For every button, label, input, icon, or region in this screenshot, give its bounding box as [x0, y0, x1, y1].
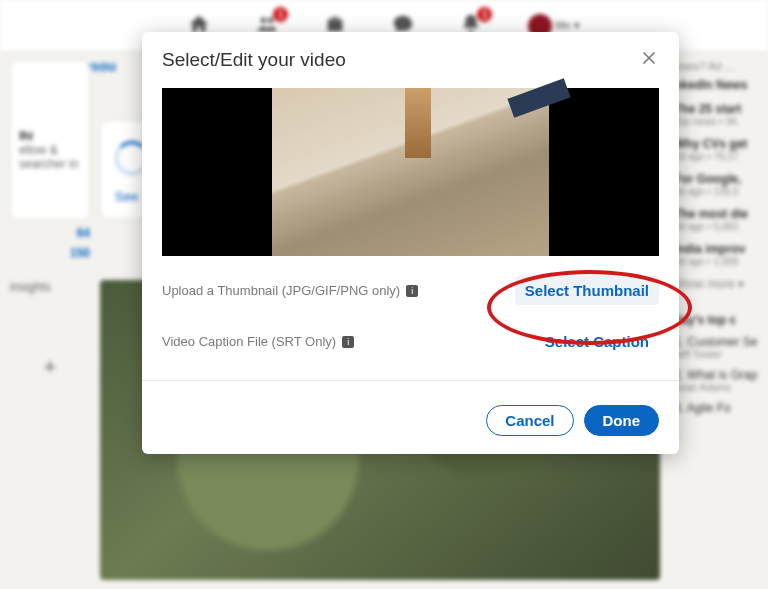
- cancel-button[interactable]: Cancel: [486, 405, 573, 436]
- done-button[interactable]: Done: [584, 405, 660, 436]
- edit-video-modal: Select/Edit your video Upload a Thumbnai…: [142, 32, 679, 454]
- info-icon[interactable]: i: [342, 336, 354, 348]
- info-icon[interactable]: i: [406, 285, 418, 297]
- caption-row: Video Caption File (SRT Only) i Select C…: [162, 319, 659, 370]
- select-caption-button[interactable]: Select Caption: [535, 327, 659, 356]
- divider: [142, 380, 679, 381]
- modal-title: Select/Edit your video: [162, 49, 346, 71]
- modal-footer: Cancel Done: [142, 391, 679, 454]
- modal-overlay: Select/Edit your video Upload a Thumbnai…: [0, 0, 768, 589]
- thumbnail-row: Upload a Thumbnail (JPG/GIF/PNG only) i …: [162, 256, 659, 319]
- video-preview: [162, 88, 659, 256]
- select-thumbnail-button[interactable]: Select Thumbnail: [515, 276, 659, 305]
- caption-label: Video Caption File (SRT Only): [162, 334, 336, 349]
- close-icon[interactable]: [639, 48, 659, 72]
- thumbnail-label: Upload a Thumbnail (JPG/GIF/PNG only): [162, 283, 400, 298]
